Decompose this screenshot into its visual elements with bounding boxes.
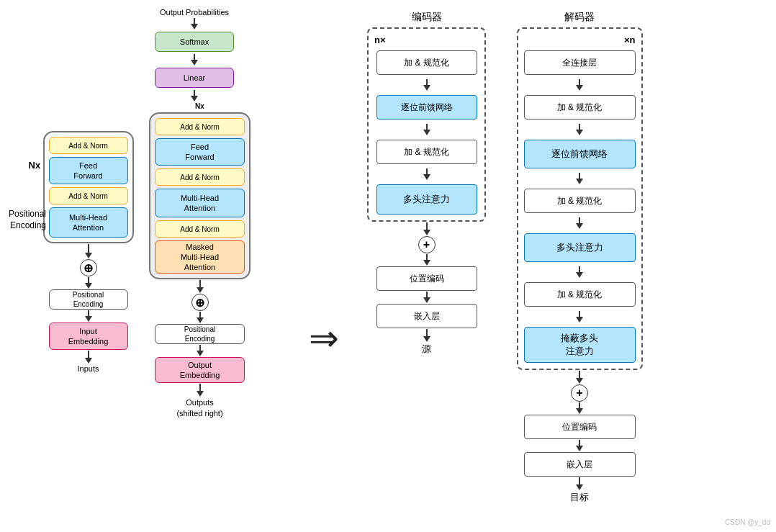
cn-enc-add-norm2: 加 & 规范化 [376,50,477,75]
cn-dec-arr9 [576,477,583,490]
cn-dec-arr4 [576,266,583,278]
cn-enc-ffn: 逐位前馈网络 [376,95,477,120]
enc-side-label: PositionalEncoding [9,209,46,231]
cn-enc-arr5 [423,254,430,266]
enc-feed-forward: Feed Forward [49,157,128,184]
decoder-rounded-border: Add & Norm Feed Forward Add & Norm Multi… [149,112,251,279]
dec-add-norm-mha: Add & Norm [155,168,245,186]
cn-dec-arr5 [576,311,583,323]
dec-plus: ⊕ [191,294,209,311]
enc-plus: ⊕ [80,259,97,276]
cn-dec-embed: 嵌入层 [524,452,636,477]
cn-dec-add-norm2: 加 & 规范化 [524,282,636,307]
dec-pos-enc: Positional Encoding [155,324,245,344]
cn-enc-plus: + [418,236,436,253]
enc-add-norm1: Add & Norm [49,137,128,154]
enc-arrow1 [85,244,92,258]
cn-dec-arr7 [576,402,583,414]
enc-nx-label: Nx [29,160,41,171]
arrow-output-probs [191,18,198,30]
cn-dec-xn: ×n [624,35,636,45]
diagram-container: Output Probabilities Softmax Linear Nx A… [0,0,776,532]
cn-enc-arr3 [423,168,430,180]
cn-decoder: 解码器 ×n 全连接层 加 & 规范化 逐位前馈网络 加 & 规范化 多头注意力 [507,11,651,504]
dec-multi-head: Multi-Head Attention [155,189,245,217]
right-section: 编码器 n× 加 & 规范化 逐位前馈网络 加 & 规范化 多头注意力 + [360,7,769,525]
cn-enc-add-norm1: 加 & 规范化 [376,140,477,164]
cn-enc-pos-enc: 位置编码 [376,266,477,291]
cn-encoder-title: 编码器 [412,11,442,24]
cn-enc-arr1 [423,79,430,91]
cn-dec-arr2 [576,173,583,184]
dec-add-norm-masked: Add & Norm [155,220,245,238]
enc-arrow3 [85,310,92,322]
cn-dec-add-norm4: 加 & 规范化 [524,95,636,120]
cn-enc-source-label: 源 [422,343,431,356]
big-arrow: ⇒ [295,151,353,525]
enc-multi-head: Multi-Head Attention [49,207,128,238]
cn-dec-arr6 [576,371,583,384]
cn-dec-target-label: 目标 [570,491,589,504]
encoder-decoder-cols: Nx Add & Norm Feed Forward Add & Norm Mu… [42,102,254,418]
dec-arrow1 [197,280,204,293]
cn-dec-pos-enc: 位置编码 [524,415,636,439]
dec-add-norm-ff: Add & Norm [155,118,245,135]
cn-encoder: 编码器 n× 加 & 规范化 逐位前馈网络 加 & 规范化 多头注意力 + [360,11,493,356]
left-section: Output Probabilities Softmax Linear Nx A… [7,7,288,525]
cn-dec-arr8 [576,440,583,451]
cn-enc-nx: n× [374,35,386,45]
cn-dec-full-conn: 全连接层 [524,50,636,75]
enc-input-embed: Input Embedding [49,323,128,350]
cn-enc-multi-head: 多头注意力 [376,184,477,215]
decoder-col: Nx Add & Norm Feed Forward Add & Norm Mu… [146,102,254,418]
dec-arrow3 [197,345,204,356]
output-probs-label: Output Probabilities [160,7,229,17]
cn-enc-arr4 [423,222,430,235]
arrow-linear [191,90,198,102]
cn-dec-multi-head: 多头注意力 [524,233,636,262]
cn-encoder-border: n× 加 & 规范化 逐位前馈网络 加 & 规范化 多头注意力 [367,27,486,222]
encoder-rounded-border: Add & Norm Feed Forward Add & Norm Multi… [43,131,134,243]
enc-add-norm2: Add & Norm [49,187,128,204]
cn-decoder-title: 解码器 [564,11,595,24]
cn-enc-arr2 [423,124,430,135]
cn-dec-arr3 [576,217,583,229]
cn-dec-arr1 [576,124,583,135]
dec-output-embed: Output Embedding [155,357,245,383]
enc-pos-enc: Positional Encoding [49,289,128,310]
dec-arrow2 [197,312,204,323]
arrow-softmax [191,54,198,66]
watermark: CSDN @y_dd [725,518,770,526]
enc-arrow2 [85,277,92,289]
encoder-col: Nx Add & Norm Feed Forward Add & Norm Mu… [42,131,135,373]
cn-enc-arr7 [423,329,430,342]
dec-nx-label: Nx [150,102,251,110]
dec-arrow4 [197,384,204,397]
dec-outputs-label: Outputs (shifted right) [176,397,222,418]
linear-box: Linear [155,68,234,88]
softmax-box: Softmax [155,32,234,52]
cn-dec-masked-attn: 掩蔽多头 注意力 [524,327,636,363]
cn-decoder-border: ×n 全连接层 加 & 规范化 逐位前馈网络 加 & 规范化 多头注意力 加 &… [517,27,643,370]
cn-enc-embed: 嵌入层 [376,304,477,328]
cn-enc-arr6 [423,292,430,303]
dec-feed-forward: Feed Forward [155,138,245,166]
cn-dec-ffn: 逐位前馈网络 [524,140,636,168]
enc-inputs-label: Inputs [78,364,99,373]
enc-arrow4 [85,351,92,364]
cn-dec-arr0 [576,79,583,91]
dec-masked-multi-head: Masked Multi-Head Attention [155,240,245,274]
cn-dec-plus: + [571,384,588,402]
cn-dec-add-norm3: 加 & 规范化 [524,189,636,213]
